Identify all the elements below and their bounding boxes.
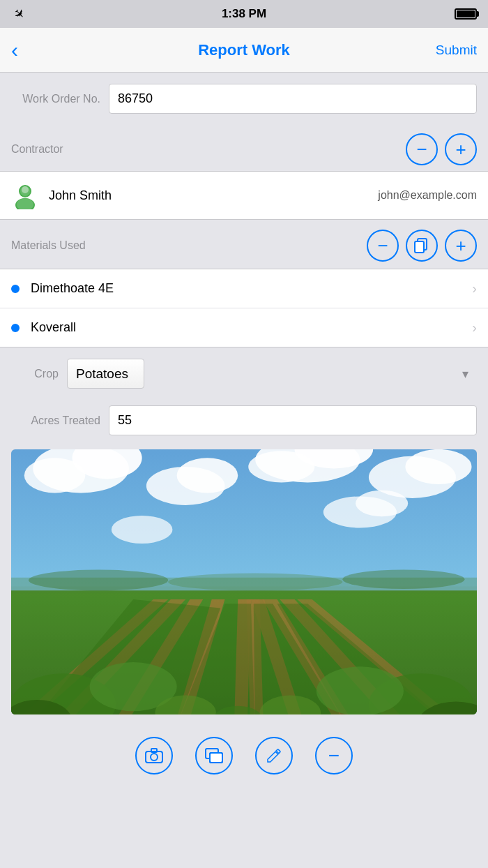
crop-section: Crop Potatoes Corn Wheat Soybeans bbox=[0, 350, 488, 397]
status-time: 1:38 PM bbox=[222, 7, 266, 21]
materials-copy-button[interactable] bbox=[406, 230, 438, 262]
svg-point-4 bbox=[22, 186, 29, 193]
nav-bar: ‹ Report Work Submit bbox=[0, 28, 488, 73]
work-order-section: Work Order No. bbox=[0, 73, 488, 128]
acres-label: Acres Treated bbox=[11, 414, 109, 427]
content: Work Order No. Contractor − + John Smith… bbox=[0, 73, 488, 786]
pencil-icon bbox=[266, 747, 282, 764]
work-order-label: Work Order No. bbox=[11, 93, 109, 105]
materials-list: Dimethoate 4E › Koverall › bbox=[0, 269, 488, 347]
field-landscape-svg bbox=[11, 449, 477, 714]
svg-point-49 bbox=[29, 569, 168, 590]
svg-point-16 bbox=[248, 451, 314, 482]
svg-point-19 bbox=[112, 516, 173, 544]
crop-label: Crop bbox=[11, 368, 67, 380]
acres-section: Acres Treated bbox=[0, 397, 488, 444]
back-button[interactable]: ‹ bbox=[11, 40, 18, 61]
acres-input[interactable] bbox=[109, 405, 477, 435]
contractor-email: john@example.com bbox=[378, 189, 477, 202]
list-item[interactable]: Koverall › bbox=[0, 308, 488, 347]
chevron-right-icon-2: › bbox=[472, 320, 477, 336]
gallery-icon bbox=[205, 748, 223, 763]
minus-icon: − bbox=[416, 140, 427, 158]
plus-icon: + bbox=[455, 140, 466, 158]
plus-icon-materials: + bbox=[455, 237, 466, 255]
materials-section-header: Materials Used − + bbox=[0, 223, 488, 269]
status-bar: ✈ 1:38 PM bbox=[0, 0, 488, 28]
contractor-name: John Smith bbox=[49, 188, 112, 203]
camera-icon bbox=[145, 748, 163, 763]
minus-icon-materials: − bbox=[377, 237, 388, 255]
contractor-section-header: Contractor − + bbox=[0, 128, 488, 171]
work-order-input[interactable] bbox=[109, 84, 477, 114]
svg-point-13 bbox=[177, 458, 238, 493]
material-name-2: Koverall bbox=[31, 320, 472, 335]
contractor-label: Contractor bbox=[11, 143, 399, 156]
material-dot-2 bbox=[11, 324, 20, 332]
minus-icon-toolbar: − bbox=[328, 744, 340, 767]
field-image bbox=[11, 449, 477, 714]
svg-point-21 bbox=[356, 491, 408, 517]
airplane-icon: ✈ bbox=[10, 5, 28, 23]
svg-point-50 bbox=[168, 573, 342, 590]
pencil-button[interactable] bbox=[255, 737, 293, 775]
svg-rect-54 bbox=[151, 749, 157, 752]
material-dot-1 bbox=[11, 285, 20, 293]
status-right bbox=[455, 8, 477, 20]
svg-point-51 bbox=[342, 569, 464, 589]
avatar-icon bbox=[11, 181, 39, 209]
crop-select-wrapper: Potatoes Corn Wheat Soybeans bbox=[67, 359, 477, 389]
svg-point-53 bbox=[151, 754, 158, 761]
svg-point-11 bbox=[24, 458, 86, 493]
crop-select[interactable]: Potatoes Corn Wheat Soybeans bbox=[67, 359, 144, 389]
field-image-container bbox=[11, 449, 477, 714]
submit-button[interactable]: Submit bbox=[436, 43, 477, 58]
copy-icon bbox=[414, 238, 429, 253]
svg-point-18 bbox=[405, 449, 471, 484]
camera-button[interactable] bbox=[135, 737, 173, 775]
contractor-add-button[interactable]: + bbox=[445, 133, 477, 165]
bottom-toolbar: − bbox=[0, 726, 488, 786]
contractor-card[interactable]: John Smith john@example.com bbox=[0, 172, 488, 219]
materials-label: Materials Used bbox=[11, 239, 360, 252]
battery-fill bbox=[457, 10, 475, 17]
work-order-row: Work Order No. bbox=[11, 84, 477, 114]
materials-remove-button[interactable]: − bbox=[367, 230, 399, 262]
status-left: ✈ bbox=[14, 6, 24, 22]
materials-add-button[interactable]: + bbox=[445, 230, 477, 262]
contractor-remove-button[interactable]: − bbox=[406, 133, 438, 165]
gallery-button[interactable] bbox=[195, 737, 233, 775]
contractor-card-section: John Smith john@example.com bbox=[0, 171, 488, 220]
battery-icon bbox=[455, 8, 477, 20]
svg-rect-6 bbox=[415, 241, 424, 253]
list-item[interactable]: Dimethoate 4E › bbox=[0, 269, 488, 308]
page-title: Report Work bbox=[198, 41, 290, 59]
svg-point-42 bbox=[317, 666, 404, 714]
image-remove-button[interactable]: − bbox=[315, 737, 353, 775]
chevron-right-icon-1: › bbox=[472, 280, 477, 297]
material-name-1: Dimethoate 4E bbox=[31, 281, 472, 296]
svg-rect-56 bbox=[210, 753, 222, 763]
